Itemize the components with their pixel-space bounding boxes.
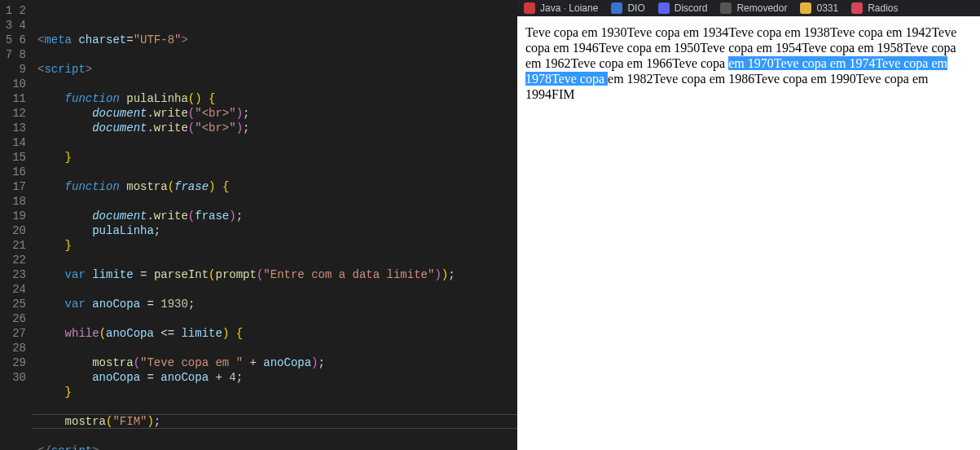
bookmark-item[interactable]: Removedor	[714, 2, 793, 14]
bookmark-item[interactable]: Discord	[652, 2, 714, 14]
bookmark-item[interactable]: Radios	[845, 2, 904, 14]
code-area[interactable]: <meta charset="UTF-8"> <script> function…	[33, 0, 517, 450]
bookmark-item[interactable]: 0331	[793, 2, 845, 14]
code-editor: 1 2 3 4 5 6 7 8 9 10 11 12 13 14 15 16 1…	[0, 0, 517, 450]
bookmark-icon	[800, 2, 811, 14]
bookmark-icon	[524, 2, 535, 14]
page-output[interactable]: Teve copa em 1930Teve copa em 1934Teve c…	[517, 16, 980, 110]
bookmark-icon	[851, 2, 863, 14]
bookmark-icon	[611, 2, 622, 14]
bookmark-icon	[658, 2, 670, 14]
bookmark-icon	[720, 2, 732, 14]
bookmark-bar: Java · Loiane DIO Discord Removedor 0331…	[517, 0, 980, 16]
line-gutter: 1 2 3 4 5 6 7 8 9 10 11 12 13 14 15 16 1…	[0, 0, 33, 450]
browser-preview: Java · Loiane DIO Discord Removedor 0331…	[517, 0, 980, 450]
bookmark-item[interactable]: Java · Loiane	[517, 2, 604, 14]
bookmark-item[interactable]: DIO	[604, 2, 651, 14]
